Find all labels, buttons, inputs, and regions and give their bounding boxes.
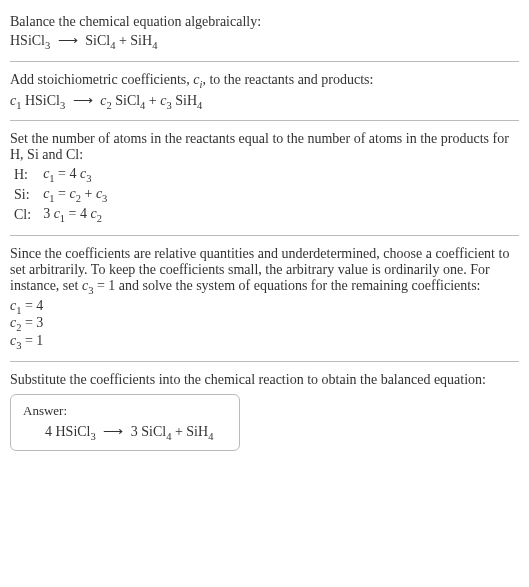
species-sicl4: SiCl4 (85, 33, 115, 48)
arrow-icon: ⟶ (73, 92, 93, 109)
atoms-section: Set the number of atoms in the reactants… (10, 125, 519, 230)
species-hsicl3: HSiCl3 (10, 33, 50, 48)
atom-eq-cl: 3 c1 = 4 c2 (39, 205, 111, 225)
underdetermined-text: Since the coefficients are relative quan… (10, 246, 519, 296)
divider (10, 361, 519, 362)
table-row: H: c1 = 4 c3 (10, 165, 111, 185)
stoich-section: Add stoichiometric coefficients, ci, to … (10, 66, 519, 117)
atoms-table: H: c1 = 4 c3 Si: c1 = c2 + c3 Cl: 3 c1 =… (10, 165, 111, 224)
balanced-equation: 4 HSiCl3 ⟶ 3 SiCl4 + SiH4 (23, 423, 227, 442)
divider (10, 235, 519, 236)
species-sih4: SiH4 (130, 33, 157, 48)
coeff-c3: c3 = 1 (10, 333, 519, 351)
underdetermined-section: Since the coefficients are relative quan… (10, 240, 519, 357)
answer-section: Substitute the coefficients into the che… (10, 366, 519, 457)
coeff-c1: c1 = 4 (10, 298, 519, 316)
atom-eq-h: c1 = 4 c3 (39, 165, 111, 185)
unbalanced-equation: HSiCl3 ⟶ SiCl4 + SiH4 (10, 32, 519, 51)
divider (10, 61, 519, 62)
coeff-c2: c2 = 3 (10, 315, 519, 333)
atom-eq-si: c1 = c2 + c3 (39, 185, 111, 205)
answer-label: Answer: (23, 403, 227, 419)
arrow-icon: ⟶ (103, 423, 123, 440)
title-text: Balance the chemical equation algebraica… (10, 14, 519, 30)
table-row: Si: c1 = c2 + c3 (10, 185, 111, 205)
atom-label-h: H: (10, 165, 39, 185)
coefficient-list: c1 = 4 c2 = 3 c3 = 1 (10, 298, 519, 351)
divider (10, 120, 519, 121)
answer-box: Answer: 4 HSiCl3 ⟶ 3 SiCl4 + SiH4 (10, 394, 240, 451)
atom-label-si: Si: (10, 185, 39, 205)
atoms-intro: Set the number of atoms in the reactants… (10, 131, 519, 163)
table-row: Cl: 3 c1 = 4 c2 (10, 205, 111, 225)
arrow-icon: ⟶ (58, 32, 78, 49)
intro-section: Balance the chemical equation algebraica… (10, 8, 519, 57)
atom-label-cl: Cl: (10, 205, 39, 225)
stoich-text: Add stoichiometric coefficients, ci, to … (10, 72, 519, 90)
substitute-text: Substitute the coefficients into the che… (10, 372, 519, 388)
stoich-equation: c1 HSiCl3 ⟶ c2 SiCl4 + c3 SiH4 (10, 92, 519, 111)
